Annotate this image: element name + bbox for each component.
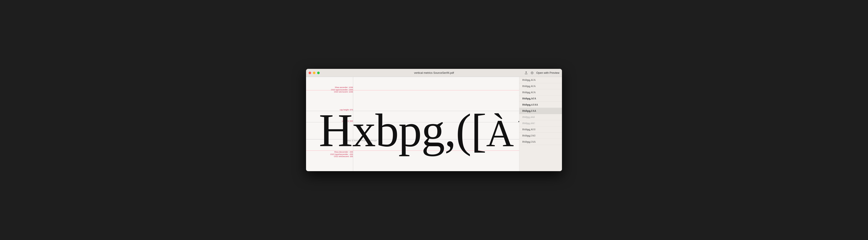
main-content: hhea ascender: 1036OS/2 typoAscender: 10… (306, 77, 562, 171)
font-list-item-11[interactable]: Hxbpg,ÙÀÅ (519, 139, 562, 145)
font-list-item-2[interactable]: Hxbpg,ÀÜÅ (519, 83, 562, 89)
font-list-item-1[interactable]: Hxbpg,ÀÜÅ (519, 77, 562, 83)
font-list-item-6[interactable]: Hxbpg,ÙÀÅ (519, 108, 562, 114)
minimize-button[interactable] (313, 72, 315, 74)
font-list-item-8[interactable]: Hxbpg,ÀÀÙ (519, 120, 562, 126)
specimen-latin: Hxbpg,([ (319, 104, 486, 157)
pdf-viewer: hhea ascender: 1036OS/2 typoAscender: 10… (306, 77, 519, 171)
app-window: vertical metrics SourceSerif4.pdf Open w… (306, 69, 562, 171)
specimen-diacritics: À (486, 112, 513, 155)
font-list-item-4[interactable]: Hxbpg,ÀÜÅ (519, 96, 562, 102)
font-list-item-10[interactable]: Hxbpg,ÙÀÙ (519, 133, 562, 139)
specimen-u-umlaut: Ü (518, 112, 519, 155)
window-title: vertical metrics SourceSerif4.pdf (414, 71, 454, 74)
maximize-button[interactable] (317, 72, 320, 74)
metrics-container: hhea ascender: 1036OS/2 typoAscender: 10… (306, 77, 519, 171)
specimen-text: Hxbpg,([ÀÜÅ (319, 107, 519, 154)
open-with-preview-button[interactable]: Open with Preview (536, 71, 559, 74)
font-list-item-5[interactable]: Hxbpg,GÙÀÅ (519, 102, 562, 108)
titlebar: vertical metrics SourceSerif4.pdf Open w… (306, 69, 562, 77)
specimen-area: Hxbpg,([ÀÜÅ (306, 77, 519, 171)
font-sidebar: Hxbpg,ÀÜÅ Hxbpg,ÀÜÅ Hxbpg,ÀÜÅ Hxbpg,ÀÜÅ … (519, 77, 562, 171)
font-list-item-3[interactable]: Hxbpg,ÀÜÅ (519, 89, 562, 96)
close-button[interactable] (309, 72, 311, 74)
share-icon[interactable] (524, 71, 528, 75)
font-list-item-7[interactable]: Hxbpg,ÀÀÅ (519, 114, 562, 120)
font-list-item-9[interactable]: Hxbpg,ÀÙÙ (519, 126, 562, 133)
titlebar-actions: Open with Preview (524, 71, 559, 75)
action-icon[interactable] (530, 71, 534, 75)
window-controls (309, 72, 320, 74)
